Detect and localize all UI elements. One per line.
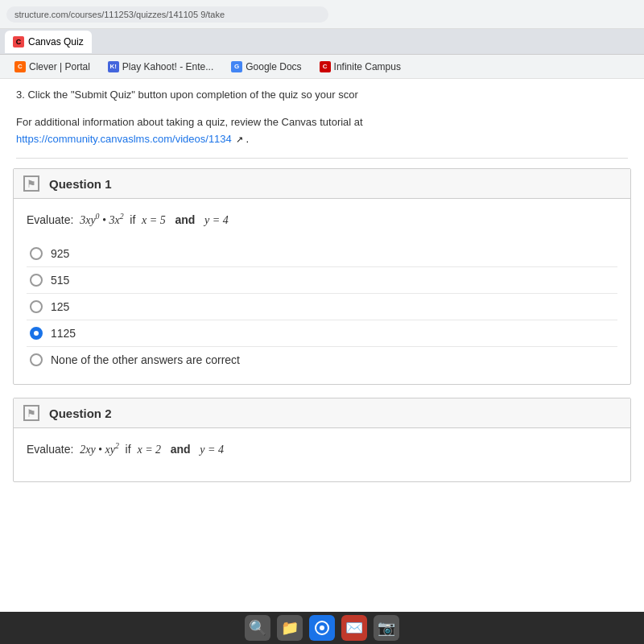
- q2-var1: x = 2: [137, 444, 161, 456]
- answer-label-515: 515: [51, 274, 69, 287]
- info-text: For additional information about taking …: [16, 116, 363, 128]
- question-2-header: ⚑ Question 2: [14, 398, 630, 428]
- clever-label: Clever | Portal: [29, 61, 90, 72]
- question-1-flag[interactable]: ⚑: [23, 175, 39, 192]
- question-1-title: Question 1: [49, 177, 112, 191]
- url-bar[interactable]: structure.com/courses/111253/quizzes/141…: [6, 6, 328, 23]
- question-1-header: ⚑ Question 1: [14, 169, 630, 199]
- info-paragraph: For additional information about taking …: [0, 106, 644, 134]
- kahoot-label: Play Kahoot! - Ente...: [122, 61, 213, 72]
- bookmark-clever[interactable]: C Clever | Portal: [8, 59, 97, 75]
- answer-choices-q1: 925 515 125 1125 None of the other answe…: [27, 241, 617, 373]
- question-1-text: Evaluate: 3xy0 • 3x2 if x = 5 and y = 4: [27, 210, 617, 229]
- question-1-container: ⚑ Question 1 Evaluate: 3xy0 • 3x2 if x =…: [13, 168, 631, 385]
- clever-favicon: C: [14, 61, 26, 72]
- question-2-text: Evaluate: 2xy • xy2 if x = 2 and y = 4: [27, 440, 617, 459]
- radio-125[interactable]: [30, 300, 43, 313]
- question-2-body: Evaluate: 2xy • xy2 if x = 2 and y = 4: [14, 428, 630, 481]
- bookmark-googledocs[interactable]: G Google Docs: [225, 59, 308, 75]
- answer-choice-925[interactable]: 925: [27, 241, 617, 266]
- q1-and-text: and: [169, 213, 201, 226]
- tab-label: Canvas Quiz: [28, 36, 84, 47]
- q1-if-text: if: [126, 213, 138, 226]
- taskbar-icon-1[interactable]: 🔍: [245, 615, 270, 641]
- q2-expression: 2xy • xy2: [80, 444, 119, 456]
- tab-bar: C Canvas Quiz: [0, 29, 644, 55]
- q2-and-text: and: [164, 443, 196, 456]
- canvas-link[interactable]: https://community.canvaslms.com/videos/1…: [16, 133, 232, 145]
- taskbar-icon-mail[interactable]: ✉️: [341, 615, 367, 641]
- tab-favicon: C: [13, 36, 24, 47]
- bookmark-kahoot[interactable]: K! Play Kahoot! - Ente...: [101, 59, 220, 75]
- question-2-container: ⚑ Question 2 Evaluate: 2xy • xy2 if x = …: [13, 398, 631, 482]
- bookmark-infinitecampus[interactable]: C Infinite Campus: [313, 59, 407, 75]
- q2-evaluate-label: Evaluate:: [27, 443, 76, 456]
- q2-flag-icon: ⚑: [27, 407, 36, 419]
- taskbar: 🔍 📁 ✉️ 📷: [0, 612, 644, 644]
- browser-bar: structure.com/courses/111253/quizzes/141…: [0, 0, 644, 29]
- q2-if-text: if: [122, 443, 134, 456]
- link-suffix: .: [243, 133, 249, 145]
- answer-label-925: 925: [51, 247, 69, 260]
- canvas-link-container: https://community.canvaslms.com/videos/1…: [0, 133, 644, 151]
- radio-none[interactable]: [30, 353, 43, 366]
- flag-icon: ⚑: [27, 178, 36, 190]
- question-2-title: Question 2: [49, 407, 112, 420]
- question-1-body: Evaluate: 3xy0 • 3x2 if x = 5 and y = 4 …: [14, 199, 630, 384]
- q1-evaluate-label: Evaluate:: [27, 213, 76, 226]
- taskbar-icon-chrome[interactable]: [309, 615, 335, 641]
- answer-choice-1125[interactable]: 1125: [27, 320, 617, 346]
- q1-var2: y = 4: [204, 214, 229, 226]
- question-2-flag[interactable]: ⚑: [23, 405, 39, 421]
- browser-tab[interactable]: C Canvas Quiz: [5, 31, 92, 53]
- answer-choice-515[interactable]: 515: [27, 266, 617, 293]
- radio-1125[interactable]: [30, 327, 43, 340]
- answer-choice-125[interactable]: 125: [27, 293, 617, 320]
- radio-515[interactable]: [30, 274, 43, 287]
- infinitecampus-label: Infinite Campus: [334, 61, 401, 72]
- external-link-icon: ↗: [233, 134, 243, 144]
- radio-925[interactable]: [30, 247, 43, 260]
- bookmark-bar: C Clever | Portal K! Play Kahoot! - Ente…: [0, 55, 644, 79]
- q1-var1: x = 5: [142, 214, 166, 226]
- answer-label-1125: 1125: [51, 327, 76, 340]
- kahoot-favicon: K!: [108, 61, 119, 72]
- svg-point-1: [320, 625, 324, 630]
- infinitecampus-favicon: C: [320, 61, 331, 72]
- step3-instruction: 3. Click the "Submit Quiz" button upon c…: [0, 79, 644, 106]
- page-content: 3. Click the "Submit Quiz" button upon c…: [0, 79, 644, 612]
- step3-text: 3. Click the "Submit Quiz" button upon c…: [16, 89, 358, 101]
- answer-label-125: 125: [51, 300, 69, 313]
- answer-label-none: None of the other answers are correct: [51, 353, 240, 366]
- section-divider: [16, 158, 628, 159]
- q2-var2: y = 4: [200, 444, 224, 456]
- googledocs-label: Google Docs: [246, 61, 301, 72]
- taskbar-icon-5[interactable]: 📷: [374, 615, 399, 641]
- q1-expression: 3xy0 • 3x2: [80, 214, 123, 226]
- taskbar-icon-2[interactable]: 📁: [277, 615, 303, 641]
- answer-choice-none[interactable]: None of the other answers are correct: [27, 346, 617, 373]
- googledocs-favicon: G: [231, 61, 242, 72]
